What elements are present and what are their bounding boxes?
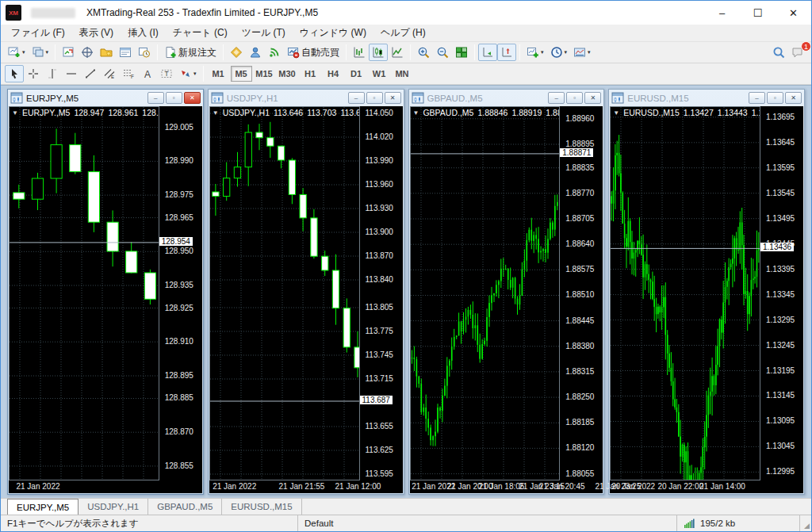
- vline-tool-button[interactable]: [43, 65, 62, 82]
- chart-plot-eurjpy-m5[interactable]: ▼EURJPY.,M5128.947128.961128.931128.95: [9, 106, 159, 480]
- auto-trading-button[interactable]: 自動売買: [284, 44, 343, 61]
- chart-tab-gbpaud-m5[interactable]: GBPAUD.,M5: [148, 499, 222, 515]
- strategy-tester-icon: [138, 46, 151, 59]
- chart-window-titlebar[interactable]: USDJPY.,H1–▫✕: [209, 90, 404, 106]
- legend-collapse-icon[interactable]: ▼: [413, 109, 419, 117]
- timeframe-button-m5[interactable]: M5: [231, 66, 252, 82]
- chart-candles-button[interactable]: [369, 44, 388, 61]
- hline-tool-button[interactable]: [62, 65, 81, 82]
- chart-tab-eurusd-m15[interactable]: EURUSD.,M15: [222, 499, 301, 515]
- timeframe-button-m30[interactable]: M30: [277, 66, 298, 82]
- chart-window-titlebar[interactable]: EURJPY.,M5–▫✕: [8, 90, 203, 106]
- search-button[interactable]: [769, 44, 788, 61]
- chart-plot-usdjpy-h1[interactable]: ▼USDJPY.,H1113.646113.703113.629113.68: [209, 106, 360, 480]
- chart-window-titlebar[interactable]: EURUSD.,M15–▫✕: [609, 90, 804, 106]
- legend-collapse-icon[interactable]: ▼: [613, 109, 619, 117]
- chart-minimize-button[interactable]: –: [348, 92, 365, 104]
- channel-tool-button[interactable]: E: [100, 65, 119, 82]
- signals-button[interactable]: [265, 44, 284, 61]
- tile-windows-button[interactable]: [452, 44, 471, 61]
- crosshair-icon: [27, 67, 40, 80]
- fibonacci-tool-button[interactable]: F: [119, 65, 138, 82]
- terminal-button[interactable]: [116, 44, 135, 61]
- menu-item-5[interactable]: ウィンドウ (W): [293, 25, 373, 41]
- timeframe-button-w1[interactable]: W1: [369, 66, 390, 82]
- chart-minimize-button[interactable]: –: [749, 92, 765, 104]
- menu-item-6[interactable]: ヘルプ (H): [373, 25, 433, 41]
- zoom-in-button[interactable]: [414, 44, 433, 61]
- market-watch-button[interactable]: [59, 44, 78, 61]
- chart-minimize-button[interactable]: –: [147, 92, 164, 104]
- menu-item-4[interactable]: ツール (T): [235, 25, 293, 41]
- metaquotes-button[interactable]: [227, 44, 246, 61]
- chart-window-titlebar[interactable]: GBPAUD.,M5–▫✕: [409, 90, 604, 106]
- chart-shift-button[interactable]: [497, 44, 516, 61]
- chart-close-button[interactable]: ✕: [785, 92, 802, 104]
- trendline-tool-button[interactable]: [81, 65, 100, 82]
- chart-window-eurusd-m15: EURUSD.,M15–▫✕▼EURUSD.,M151.134271.13443…: [608, 89, 805, 495]
- chart-restore-button[interactable]: ▫: [767, 92, 783, 104]
- price-axis-label: 1.88055: [565, 469, 594, 478]
- legend-open: 113.646: [274, 108, 303, 117]
- status-connection[interactable]: 195/2 kb: [677, 515, 800, 531]
- chart-tab-eurjpy-m5[interactable]: EURJPY.,M5: [7, 499, 79, 515]
- text-tool-button[interactable]: A: [138, 65, 157, 82]
- menu-item-3[interactable]: チャート (C): [166, 25, 235, 41]
- chart-restore-button[interactable]: ▫: [166, 92, 182, 104]
- timeframe-button-h4[interactable]: H4: [323, 66, 344, 82]
- price-axis-label: 128.870: [165, 427, 193, 436]
- chart-close-button[interactable]: ✕: [184, 92, 201, 104]
- chart-close-button[interactable]: ✕: [385, 92, 401, 104]
- chart-bars-button[interactable]: [350, 44, 369, 61]
- shapes-tool-button[interactable]: ▾: [176, 65, 200, 82]
- hline-icon: [65, 67, 78, 80]
- new-order-button[interactable]: 新規注文: [161, 44, 220, 61]
- chart-tab-usdjpy-h1[interactable]: USDJPY.,H1: [79, 499, 148, 515]
- maximize-button[interactable]: ☐: [740, 1, 776, 25]
- legend-symbol: EURJPY.,M5: [22, 108, 71, 117]
- chart-minimize-button[interactable]: –: [548, 92, 565, 104]
- timeframe-button-mn[interactable]: MN: [392, 66, 413, 82]
- legend-collapse-icon[interactable]: ▼: [213, 109, 219, 117]
- timeframe-button-m15[interactable]: M15: [254, 66, 275, 82]
- timeframe-button-d1[interactable]: D1: [346, 66, 367, 82]
- chart-close-button[interactable]: ✕: [584, 92, 601, 104]
- profiles-button[interactable]: ▾: [29, 44, 52, 61]
- chart-restore-button[interactable]: ▫: [366, 92, 383, 104]
- cursor-tool-button[interactable]: [5, 65, 24, 82]
- navigator-button[interactable]: [97, 44, 116, 61]
- resize-grip[interactable]: ◢: [800, 515, 811, 531]
- menu-item-2[interactable]: 挿入 (I): [121, 25, 166, 41]
- chart-plot-eurusd-m15[interactable]: ▼EURUSD.,M151.134271.134431.134031.134: [610, 106, 760, 480]
- data-window-button[interactable]: [78, 44, 97, 61]
- close-button[interactable]: ✕: [776, 1, 811, 25]
- menu-item-0[interactable]: ファイル (F): [4, 25, 72, 41]
- price-axis-label: 1.88705: [565, 214, 594, 223]
- zoom-out-button[interactable]: [433, 44, 452, 61]
- legend-collapse-icon[interactable]: ▼: [12, 109, 18, 117]
- community-button[interactable]: [246, 44, 265, 61]
- search-icon: [772, 46, 785, 59]
- price-axis-label: 1.88960: [565, 114, 594, 123]
- crosshair-tool-button[interactable]: [24, 65, 43, 82]
- ohlc-legend: ▼USDJPY.,H1113.646113.703113.629113.68: [213, 108, 360, 117]
- periods-button[interactable]: ▾: [547, 44, 571, 61]
- svg-text:A: A: [144, 69, 151, 80]
- auto-scroll-button[interactable]: [478, 44, 497, 61]
- minimize-button[interactable]: –: [704, 1, 740, 25]
- strategy-tester-button[interactable]: [135, 44, 154, 61]
- chart-line-button[interactable]: [388, 44, 407, 61]
- toolbar-separator: [346, 44, 347, 60]
- chart-plot-gbpaud-m5[interactable]: ▼GBPAUD.,M51.888461.889191.888161.888: [410, 106, 561, 480]
- notifications-button[interactable]: 1: [788, 44, 807, 61]
- label-tool-button[interactable]: T: [157, 65, 176, 82]
- timeframe-button-m1[interactable]: M1: [208, 66, 229, 82]
- status-profile[interactable]: Default: [298, 515, 677, 531]
- new-chart-button[interactable]: ▾: [5, 44, 29, 61]
- chart-restore-button[interactable]: ▫: [566, 92, 583, 104]
- menu-item-1[interactable]: 表示 (V): [72, 25, 121, 41]
- templates-button[interactable]: ▾: [570, 44, 594, 61]
- timeframe-button-h1[interactable]: H1: [300, 66, 321, 82]
- chart-line-icon: [391, 46, 404, 59]
- indicators-button[interactable]: ▾: [523, 44, 547, 61]
